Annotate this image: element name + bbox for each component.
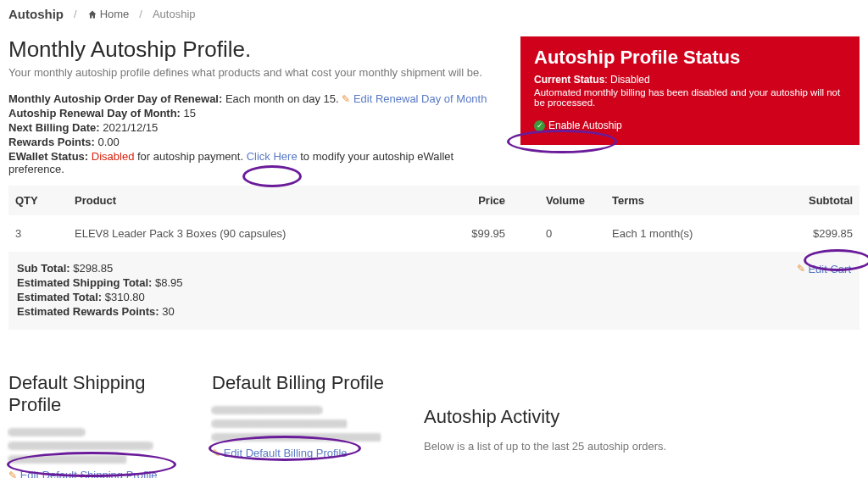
col-qty: QTY <box>8 186 68 215</box>
page-subtitle: Your monthly autoship profile defines wh… <box>8 66 504 79</box>
page-title: Monthly Autoship Profile. <box>8 36 504 63</box>
renewal-line: Monthly Autoship Order Day of Renewal: E… <box>8 92 504 105</box>
product-table: QTY Product Price Volume Terms Subtotal … <box>8 186 860 330</box>
status-desc: Automated monthly billing has been disab… <box>534 87 846 108</box>
redacted-text <box>8 442 153 450</box>
breadcrumb-current: Autoship <box>153 8 196 20</box>
ewallet-click-here-link[interactable]: Click Here <box>247 150 298 163</box>
breadcrumb-home[interactable]: Home <box>87 8 130 20</box>
col-volume: Volume <box>512 186 605 215</box>
col-product: Product <box>68 186 419 215</box>
col-price: Price <box>419 186 512 215</box>
breadcrumb: Autoship / Home / Autoship <box>8 7 860 21</box>
col-subtotal: Subtotal <box>758 186 860 215</box>
shipping-profile-title: Default Shipping Profile <box>8 372 186 416</box>
pencil-icon: ✎ <box>8 470 17 478</box>
status-panel: Autoship Profile Status Current Status: … <box>520 36 860 145</box>
pencil-icon: ✎ <box>342 93 350 105</box>
activity-desc: Below is a list of up to the last 25 aut… <box>424 440 860 453</box>
billing-profile-title: Default Billing Profile <box>212 372 398 394</box>
status-title: Autoship Profile Status <box>534 47 846 69</box>
pencil-icon: ✎ <box>212 447 220 459</box>
col-terms: Terms <box>605 186 758 215</box>
redacted-text <box>212 420 348 428</box>
redacted-text <box>212 406 322 414</box>
redacted-text <box>8 428 85 436</box>
redacted-text <box>212 433 381 442</box>
table-row: 3 ELEV8 Leader Pack 3 Boxes (90 capsules… <box>8 215 860 252</box>
redacted-text <box>8 455 127 464</box>
edit-renewal-link[interactable]: Edit Renewal Day of Month <box>353 92 487 105</box>
next-billing-line: Next Billing Date: 2021/12/15 <box>8 121 504 134</box>
edit-shipping-link[interactable]: ✎ Edit Default Shipping Profile <box>8 469 158 478</box>
summary-row: Sub Total: $298.85 Estimated Shipping To… <box>8 252 860 330</box>
enable-autoship-link[interactable]: ✓ Enable Autoship <box>534 119 622 131</box>
edit-billing-link[interactable]: ✎ Edit Default Billing Profile <box>212 447 348 459</box>
pencil-icon: ✎ <box>797 263 805 275</box>
home-icon <box>87 9 97 19</box>
day-line: Autoship Renewal Day of Month: 15 <box>8 107 504 119</box>
check-icon: ✓ <box>534 120 545 131</box>
rewards-line: Rewards Points: 0.00 <box>8 136 504 148</box>
status-current: Current Status: Disabled <box>534 74 846 86</box>
activity-title: Autoship Activity <box>424 406 860 428</box>
ewallet-line: EWallet Status: Disabled for autoship pa… <box>8 150 504 175</box>
edit-cart-link[interactable]: ✎ Edit Cart <box>797 263 851 275</box>
page-title-small: Autoship <box>8 7 64 21</box>
